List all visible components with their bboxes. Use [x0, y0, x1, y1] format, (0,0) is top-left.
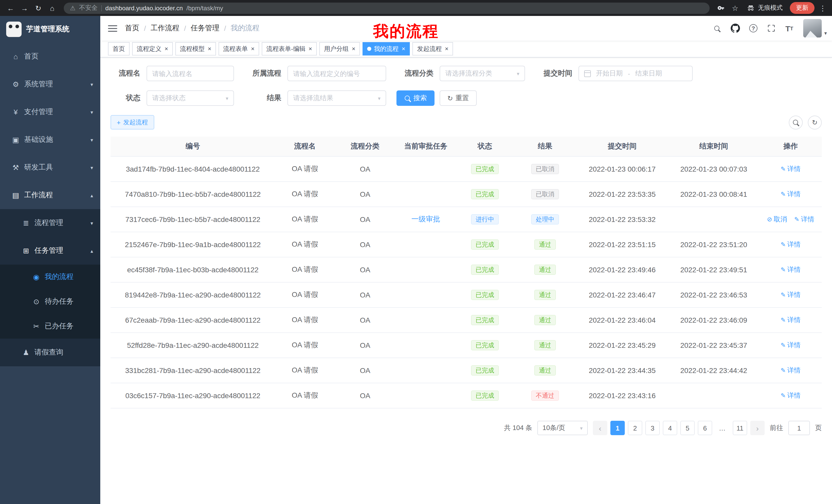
- tab-process-form-edit[interactable]: 流程表单-编辑×: [262, 42, 317, 55]
- fullscreen-icon[interactable]: [764, 21, 779, 35]
- browser-back-button[interactable]: ←: [4, 2, 17, 15]
- refresh-table-button[interactable]: ↻: [808, 115, 822, 129]
- tab-process-definition[interactable]: 流程定义×: [132, 42, 173, 55]
- page-button-1[interactable]: 1: [610, 421, 625, 435]
- detail-button[interactable]: ✎详情: [781, 240, 801, 249]
- page-size-select[interactable]: 10条/页 ▾: [537, 421, 588, 435]
- prev-page-button[interactable]: ‹: [593, 421, 607, 435]
- page-button-3[interactable]: 3: [645, 421, 660, 435]
- hamburger-icon[interactable]: [100, 24, 125, 32]
- toggle-search-button[interactable]: [789, 115, 803, 129]
- detail-button[interactable]: ✎详情: [781, 265, 801, 274]
- submit-time-range-picker[interactable]: 开始日期 - 结束日期: [578, 66, 693, 81]
- password-key-icon[interactable]: [715, 2, 728, 15]
- search-button[interactable]: 搜索: [396, 90, 435, 106]
- process-definition-input[interactable]: [287, 66, 386, 81]
- sidebar-item-done-tasks[interactable]: ✂已办任务: [0, 314, 100, 339]
- browser-forward-button[interactable]: →: [18, 2, 31, 15]
- page-button-2[interactable]: 2: [628, 421, 642, 435]
- chevron-down-icon: ▾: [90, 220, 93, 226]
- sidebar-item-leave-query[interactable]: ♟请假查询: [0, 339, 100, 366]
- create-process-button[interactable]: + 发起流程: [110, 115, 154, 130]
- detail-button[interactable]: ✎详情: [781, 290, 801, 300]
- tab-home[interactable]: 首页: [108, 42, 130, 55]
- url-path: /bpm/task/my: [186, 4, 223, 11]
- help-icon[interactable]: ?: [746, 21, 760, 35]
- close-icon[interactable]: ×: [164, 46, 168, 52]
- tab-process-model[interactable]: 流程模型×: [175, 42, 216, 55]
- cell-current-task: [395, 282, 456, 307]
- sidebar-item-workflow[interactable]: ▤工作流程▴: [0, 181, 100, 209]
- page-button-4[interactable]: 4: [663, 421, 677, 435]
- logo[interactable]: 芋道管理系统: [0, 16, 100, 43]
- github-icon[interactable]: [728, 21, 743, 35]
- close-icon[interactable]: ×: [309, 46, 312, 52]
- browser-update-button[interactable]: 更新: [790, 2, 814, 14]
- filter-form: 流程名 所属流程 流程分类 请选择流程分类 ▾: [110, 66, 822, 115]
- detail-button[interactable]: ✎详情: [781, 366, 801, 375]
- close-icon[interactable]: ×: [352, 46, 355, 52]
- page-button-5[interactable]: 5: [680, 421, 695, 435]
- reset-button[interactable]: ↻ 重置: [440, 90, 477, 106]
- breadcrumb-item[interactable]: 任务管理: [191, 24, 219, 33]
- cancel-button[interactable]: ⊘取消: [767, 215, 787, 224]
- sidebar-item-system-management[interactable]: ⚙系统管理▾: [0, 71, 100, 98]
- edit-icon: ✎: [781, 342, 786, 348]
- address-bar[interactable]: ⚠ 不安全 dashboard.yudao.iocoder.cn /bpm/ta…: [64, 2, 710, 13]
- breadcrumb-item[interactable]: 首页: [125, 24, 139, 33]
- current-task-link[interactable]: 一级审批: [411, 215, 440, 223]
- browser-menu-icon[interactable]: ⋮: [817, 4, 828, 12]
- sidebar-item-process-management[interactable]: ≣流程管理▾: [0, 209, 100, 237]
- page-button-6[interactable]: 6: [698, 421, 712, 435]
- cell-submit-time: 2022-01-22 23:46:47: [576, 282, 668, 307]
- sidebar-item-todo-tasks[interactable]: ⊙待办任务: [0, 289, 100, 314]
- sidebar-item-infrastructure[interactable]: ▣基础设施▾: [0, 126, 100, 153]
- sidebar-item-task-management[interactable]: ⊞任务管理▴: [0, 237, 100, 264]
- pager-ellipsis[interactable]: …: [715, 421, 730, 435]
- cell-status: 已完成: [456, 282, 514, 307]
- cell-actions: ✎详情: [759, 282, 822, 307]
- detail-button[interactable]: ✎详情: [781, 391, 801, 400]
- search-icon[interactable]: [710, 21, 725, 35]
- tab-start-process[interactable]: 发起流程×: [412, 42, 453, 55]
- sidebar-item-home[interactable]: ⌂首页: [0, 43, 100, 71]
- result-select[interactable]: 请选择流结果 ▾: [287, 90, 386, 106]
- bookmark-star-icon[interactable]: ☆: [729, 2, 742, 15]
- detail-button[interactable]: ✎详情: [781, 164, 801, 174]
- breadcrumb-item[interactable]: 工作流程: [151, 24, 179, 33]
- detail-button[interactable]: ✎详情: [781, 341, 801, 350]
- tab-user-group[interactable]: 用户分组×: [319, 42, 360, 55]
- close-icon[interactable]: ×: [445, 46, 448, 52]
- user-menu[interactable]: ▾: [803, 19, 827, 37]
- tab-process-form[interactable]: 流程表单×: [218, 42, 259, 55]
- tab-my-process[interactable]: 我的流程×: [363, 42, 410, 55]
- detail-label: 详情: [787, 315, 801, 325]
- cell-actions: ✎详情: [759, 333, 822, 358]
- sidebar-item-my-process[interactable]: ◉我的流程: [0, 264, 100, 289]
- tags-bar: 首页流程定义×流程模型×流程表单×流程表单-编辑×用户分组×我的流程×发起流程×: [100, 40, 832, 58]
- process-name-input[interactable]: [147, 66, 234, 81]
- detail-button[interactable]: ✎详情: [794, 215, 814, 224]
- browser-reload-button[interactable]: ↻: [32, 2, 45, 15]
- cell-submit-time: 2022-01-22 23:43:16: [576, 383, 668, 408]
- close-icon[interactable]: ×: [401, 46, 405, 52]
- cell-end-time: [668, 207, 759, 232]
- sidebar-item-dev-tools[interactable]: ⚒研发工具▾: [0, 153, 100, 181]
- refresh-icon: ↻: [812, 118, 817, 126]
- next-page-button[interactable]: ›: [750, 421, 765, 435]
- page-jump-input[interactable]: [788, 421, 810, 435]
- font-size-icon[interactable]: TT: [782, 21, 797, 35]
- status-select[interactable]: 请选择状态 ▾: [147, 90, 234, 106]
- close-icon[interactable]: ×: [208, 46, 211, 52]
- category-select[interactable]: 请选择流程分类 ▾: [440, 66, 525, 81]
- sidebar-item-payment-management[interactable]: ¥支付管理▾: [0, 98, 100, 126]
- create-process-label: 发起流程: [123, 118, 148, 127]
- cancel-label: 取消: [774, 215, 787, 224]
- browser-home-button[interactable]: ⌂: [46, 2, 59, 15]
- edit-icon: ✎: [781, 292, 786, 298]
- pager: ‹123456…11›: [593, 421, 765, 435]
- detail-button[interactable]: ✎详情: [781, 190, 801, 199]
- page-button-11[interactable]: 11: [733, 421, 747, 435]
- detail-button[interactable]: ✎详情: [781, 315, 801, 325]
- close-icon[interactable]: ×: [251, 46, 255, 52]
